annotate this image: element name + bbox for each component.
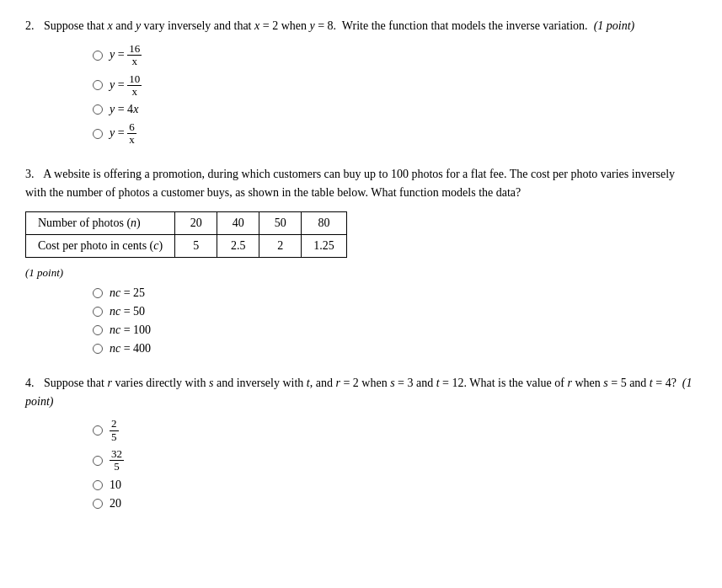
q4-radio-b[interactable] [93, 456, 103, 466]
q3-option-a-label: nc = 25 [110, 286, 145, 300]
fraction-16-x: 16x [127, 43, 142, 68]
q4-number: 4. [25, 377, 35, 389]
q4-option-c[interactable]: 10 [93, 478, 697, 492]
q2-radio-d[interactable] [93, 129, 103, 139]
table-header-80: 80 [302, 211, 347, 234]
q3-text: 3. A website is offering a promotion, du… [25, 165, 697, 203]
q3-options: nc = 25 nc = 50 nc = 100 nc = 400 [25, 286, 697, 355]
q3-number: 3. [25, 168, 35, 180]
q4-option-d[interactable]: 20 [93, 497, 697, 510]
q3-radio-a[interactable] [93, 288, 103, 298]
table-cost-40: 2.5 [217, 234, 259, 257]
fraction-6-x: 6x [127, 121, 136, 147]
q2-option-a[interactable]: y = 16x [93, 43, 697, 68]
table-cost-50: 2 [259, 234, 302, 257]
fraction-2-5: 25 [110, 418, 119, 443]
q3-option-b-label: nc = 50 [110, 305, 145, 318]
table-cost-20: 5 [175, 234, 217, 257]
q4-options: 25 325 10 20 [25, 418, 697, 510]
table-header-label: Number of photos (n) [26, 211, 175, 234]
q2-option-d[interactable]: y = 6x [93, 121, 697, 147]
q2-options: y = 16x y = 10x y = 4x y = 6x [25, 43, 697, 147]
question-2: 2. Suppose that x and y vary inversely a… [25, 17, 697, 147]
q4-option-c-label: 10 [110, 478, 121, 492]
q2-option-a-label: y = 16x [110, 43, 142, 68]
q4-radio-c[interactable] [93, 480, 103, 490]
q3-option-b[interactable]: nc = 50 [93, 305, 697, 318]
table-cost-label: Cost per photo in cents (c) [26, 234, 175, 257]
q3-table: Number of photos (n) 20 40 50 80 Cost pe… [25, 211, 347, 258]
q2-number: 2. [25, 19, 35, 32]
q2-option-d-label: y = 6x [110, 121, 136, 147]
q2-option-c[interactable]: y = 4x [93, 103, 697, 116]
q4-option-b[interactable]: 325 [93, 448, 697, 473]
q3-option-a[interactable]: nc = 25 [93, 286, 697, 300]
table-header-50: 50 [259, 211, 302, 234]
question-3: 3. A website is offering a promotion, du… [25, 165, 697, 355]
q2-option-c-label: y = 4x [110, 103, 138, 116]
q3-radio-b[interactable] [93, 307, 103, 317]
q4-option-b-label: 325 [110, 448, 124, 473]
q3-option-d-label: nc = 400 [110, 342, 151, 355]
q2-option-b-label: y = 10x [110, 73, 142, 99]
q4-option-d-label: 20 [110, 497, 121, 510]
table-cost-80: 1.25 [302, 234, 347, 257]
q4-option-a[interactable]: 25 [93, 418, 697, 443]
q3-option-d[interactable]: nc = 400 [93, 342, 697, 355]
q4-option-a-label: 25 [110, 418, 119, 443]
table-header-40: 40 [217, 211, 259, 234]
q3-radio-c[interactable] [93, 325, 103, 335]
fraction-10-x: 10x [127, 73, 142, 99]
q2-point: (1 point) [594, 19, 635, 32]
q4-radio-d[interactable] [93, 499, 103, 509]
q2-radio-b[interactable] [93, 80, 103, 90]
q2-radio-a[interactable] [93, 51, 103, 61]
fraction-32-5: 325 [110, 448, 124, 473]
q4-point: (1 point) [25, 377, 693, 408]
q2-option-b[interactable]: y = 10x [93, 73, 697, 99]
q3-radio-d[interactable] [93, 344, 103, 354]
q3-point: (1 point) [25, 266, 697, 280]
q4-radio-a[interactable] [93, 425, 103, 436]
table-data-row: Cost per photo in cents (c) 5 2.5 2 1.25 [26, 234, 347, 257]
question-4: 4. Suppose that r varies directly with s… [25, 374, 697, 510]
table-header-20: 20 [175, 211, 217, 234]
q3-option-c-label: nc = 100 [110, 323, 151, 337]
table-header-row: Number of photos (n) 20 40 50 80 [26, 211, 347, 234]
q2-text: 2. Suppose that x and y vary inversely a… [25, 17, 697, 35]
q4-text: 4. Suppose that r varies directly with s… [25, 374, 697, 412]
q2-radio-c[interactable] [93, 104, 103, 115]
q3-option-c[interactable]: nc = 100 [93, 323, 697, 337]
